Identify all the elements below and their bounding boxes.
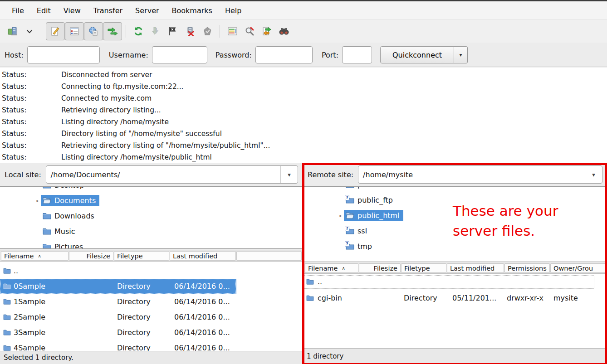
menu-help[interactable]: Help xyxy=(219,3,248,19)
site-manager-button[interactable] xyxy=(4,22,21,40)
port-input[interactable] xyxy=(342,46,372,63)
file-type: Directory xyxy=(117,313,151,321)
menu-edit[interactable]: Edit xyxy=(30,3,57,19)
tree-item-desktop[interactable]: Desktop xyxy=(0,186,303,193)
file-row-4sample[interactable]: 4Sample Directory 06/14/2016 0... xyxy=(0,341,303,351)
host-input[interactable] xyxy=(27,46,100,63)
directory-comparison-button[interactable] xyxy=(258,22,275,40)
toggle-local-tree-button[interactable] xyxy=(65,22,84,40)
column-header-filename[interactable]: Filename∧ xyxy=(1,251,69,261)
file-owner: mysite xyxy=(553,294,578,302)
tree-item-label: Desktop xyxy=(54,186,84,189)
file-row-2sample[interactable]: 2Sample Directory 06/14/2016 0... xyxy=(0,310,303,325)
host-label: Host: xyxy=(5,51,24,59)
tree-item-music[interactable]: Music xyxy=(0,223,303,239)
toggle-transfer-queue-button[interactable] xyxy=(103,22,122,40)
file-modified: 06/14/2016 0... xyxy=(174,328,230,337)
folder-icon xyxy=(43,186,51,189)
disconnect-button[interactable] xyxy=(181,22,199,40)
local-site-path: /home/Documents/ xyxy=(46,170,280,179)
toolbar-separator xyxy=(126,25,126,38)
file-row-3sample[interactable]: 3Sample Directory 06/14/2016 0... xyxy=(0,325,303,340)
port-label: Port: xyxy=(322,51,338,59)
binoculars-icon xyxy=(279,27,289,36)
expander-icon[interactable]: ▸ xyxy=(338,213,344,218)
directory-listing-button[interactable] xyxy=(224,22,241,40)
tree-item-downloads[interactable]: Downloads xyxy=(0,208,303,223)
site-manager-icon xyxy=(7,26,18,37)
toggle-message-log-button[interactable] xyxy=(46,22,65,40)
file-modified: 06/14/2016 0... xyxy=(174,313,230,321)
menu-server[interactable]: Server xyxy=(129,3,165,19)
tree-item-tmp[interactable]: ? tmp xyxy=(303,238,607,254)
local-site-label: Local site: xyxy=(5,170,41,179)
column-header-modified[interactable]: Last modified xyxy=(447,263,504,273)
column-header-filetype[interactable]: Filetype xyxy=(401,263,446,273)
tree-item-documents[interactable]: ▸ Documents xyxy=(0,193,303,208)
log-message: Retrieving directory listing... xyxy=(61,106,161,114)
column-header-permissions[interactable]: Permissions xyxy=(504,263,550,273)
local-site-combo[interactable]: /home/Documents/ ▾ xyxy=(46,165,298,184)
sort-ascending-icon: ∧ xyxy=(342,266,345,271)
password-input[interactable] xyxy=(255,46,313,63)
menu-file[interactable]: File xyxy=(5,3,30,19)
log-message: Connected to mysite.com xyxy=(61,94,152,102)
filename-filters-button[interactable] xyxy=(241,22,258,40)
file-row-0sample[interactable]: 0Sample Directory 06/14/2016 0... xyxy=(0,279,303,294)
reconnect-button[interactable] xyxy=(199,22,216,40)
refresh-button[interactable] xyxy=(130,22,147,40)
file-modified: 06/14/2016 0... xyxy=(174,344,230,351)
column-header-owner[interactable]: Owner/Grou xyxy=(550,263,606,273)
log-message: Connecting to ftp.mysite.com:22... xyxy=(61,83,184,91)
local-tree-icon xyxy=(69,26,79,36)
tree-item-label: ssl xyxy=(357,227,367,235)
remote-file-list[interactable]: .. cgi-bin Directory 05/11/201... drwxr-… xyxy=(303,274,607,348)
menu-bookmarks[interactable]: Bookmarks xyxy=(166,3,219,19)
toolbar-separator xyxy=(42,25,42,38)
find-files-button[interactable] xyxy=(275,22,293,40)
process-queue-icon xyxy=(151,26,161,36)
file-row-parent[interactable]: .. xyxy=(0,264,303,279)
column-header-filename[interactable]: Filename∧ xyxy=(305,263,358,273)
quickconnect-button[interactable]: Quickconnect xyxy=(380,46,454,63)
column-header-filesize[interactable]: Filesize xyxy=(69,251,113,261)
menu-bar: File Edit View Transfer Server Bookmarks… xyxy=(0,1,607,20)
local-directory-tree[interactable]: Desktop ▸ Documents Downloads Music Pict… xyxy=(0,186,303,249)
expander-icon[interactable]: ▸ xyxy=(34,198,41,203)
process-queue-button[interactable] xyxy=(147,22,164,40)
file-name: 4Sample xyxy=(14,344,45,351)
column-header-modified[interactable]: Last modified xyxy=(170,251,236,261)
remote-site-combo[interactable]: /home/mysite ▾ xyxy=(358,165,602,184)
message-log[interactable]: Status:Disconnected from server Status:C… xyxy=(0,68,607,163)
column-header-blank[interactable] xyxy=(236,251,302,261)
cancel-button[interactable] xyxy=(164,22,181,40)
tree-item-label: Documents xyxy=(54,196,96,205)
combo-dropdown-icon[interactable]: ▾ xyxy=(280,166,298,183)
file-row-parent[interactable]: .. xyxy=(303,275,607,290)
column-header-filetype[interactable]: Filetype xyxy=(114,251,169,261)
file-row-1sample[interactable]: 1Sample Directory 06/14/2016 0... xyxy=(0,295,303,310)
column-header-filesize[interactable]: Filesize xyxy=(359,263,401,273)
toggle-remote-tree-button[interactable] xyxy=(84,22,103,40)
site-manager-dropdown[interactable] xyxy=(21,22,38,40)
menu-view[interactable]: View xyxy=(57,3,87,19)
combo-dropdown-icon[interactable]: ▾ xyxy=(585,166,602,183)
tree-item-label: perl5 xyxy=(357,186,376,189)
folder-unknown-icon: ? xyxy=(346,196,354,204)
reconnect-icon xyxy=(202,26,212,36)
file-row-cgi-bin[interactable]: cgi-bin Directory 05/11/201... drwxr-xr-… xyxy=(303,291,607,306)
quickconnect-dropdown[interactable]: ▾ xyxy=(454,46,468,63)
log-label: Status: xyxy=(2,130,27,138)
menu-transfer[interactable]: Transfer xyxy=(87,3,129,19)
log-entry: Status:Retrieving directory listing of "… xyxy=(0,140,607,152)
tree-item-pictures[interactable]: Pictures xyxy=(0,239,303,249)
remote-tree-icon xyxy=(88,26,98,36)
local-file-list[interactable]: .. 0Sample Directory 06/14/2016 0... 1Sa… xyxy=(0,262,303,351)
remote-status-text: 1 directory xyxy=(307,352,343,360)
username-input[interactable] xyxy=(152,46,207,63)
log-entry: Status:Connecting to ftp.mysite.com:22..… xyxy=(0,81,607,93)
tree-item-perl5[interactable]: ? perl5 xyxy=(303,186,607,192)
folder-unknown-icon: ? xyxy=(346,243,354,250)
log-label: Status: xyxy=(2,153,27,161)
open-folder-icon xyxy=(346,212,354,219)
